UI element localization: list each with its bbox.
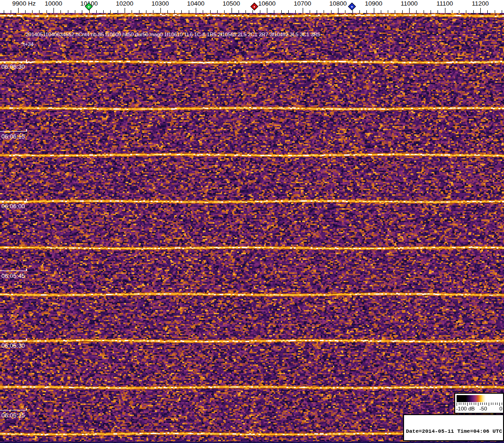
legend-tick bbox=[499, 403, 500, 406]
time-tick-line bbox=[0, 271, 27, 271]
event-annotation: 20140511040634552 hCnt4 nb-85 f10609 hit… bbox=[26, 32, 320, 37]
legend-tick bbox=[484, 403, 485, 405]
time-tick-nub bbox=[26, 199, 27, 201]
time-label: 06:05:30 bbox=[1, 342, 25, 349]
legend-tick bbox=[478, 403, 478, 406]
time-label: 06:06:15 bbox=[1, 133, 25, 140]
meteor-spectrogram-window: 9900 Hz100001010010200103001040010500106… bbox=[0, 0, 504, 443]
legend-tick bbox=[502, 403, 502, 405]
legend-tick bbox=[471, 403, 472, 405]
db-label-mid: -50 bbox=[479, 406, 487, 411]
time-tick-nub bbox=[26, 269, 27, 271]
legend-tick bbox=[467, 403, 468, 406]
time-tick-line bbox=[0, 61, 27, 62]
legend-tick bbox=[489, 403, 489, 406]
db-label-max: 0 bbox=[499, 406, 502, 411]
time-tick-nub bbox=[26, 129, 27, 132]
time-tick-line bbox=[0, 201, 27, 201]
legend-tick bbox=[457, 403, 457, 406]
legend-tick bbox=[497, 403, 497, 405]
time-tick-line bbox=[0, 410, 27, 410]
legend-tick bbox=[461, 403, 461, 405]
db-legend-panel: -100 dB -50 0 bbox=[454, 393, 504, 414]
legend-tick bbox=[476, 403, 476, 405]
legend-tick bbox=[470, 403, 470, 405]
info-date-line: Date=2014-05-11 Time=04:06 UTC bbox=[406, 428, 503, 434]
time-tick-nub bbox=[26, 60, 27, 62]
time-tick-nub bbox=[26, 338, 27, 341]
time-tick-line bbox=[0, 131, 27, 132]
time-offset-annotation: ^t+34 bbox=[21, 41, 33, 47]
time-tick-line bbox=[0, 340, 27, 341]
legend-tick bbox=[480, 403, 481, 405]
legend-tick bbox=[493, 403, 493, 405]
legend-tick bbox=[486, 403, 487, 405]
legend-tick bbox=[482, 403, 483, 405]
spectrogram-overlay: 20140511040634552 hCnt4 nb-85 f10609 hit… bbox=[0, 0, 504, 443]
legend-tick bbox=[491, 403, 491, 405]
legend-tick bbox=[459, 403, 459, 405]
legend-tick bbox=[463, 403, 464, 405]
time-tick-nub bbox=[26, 408, 27, 410]
legend-tick bbox=[474, 403, 474, 405]
db-label-min: -100 dB bbox=[456, 406, 475, 411]
observation-info-box: Date=2014-05-11 Time=04:06 UTC Freq=143 … bbox=[403, 414, 504, 441]
legend-tick bbox=[465, 403, 465, 405]
db-gradient-bar bbox=[457, 395, 502, 402]
legend-tick bbox=[495, 403, 496, 405]
time-label: 06:05:45 bbox=[1, 272, 25, 279]
time-label: 06:06:00 bbox=[1, 203, 25, 210]
time-label: 06:05:15 bbox=[1, 412, 25, 419]
time-label: 06:06:30 bbox=[1, 63, 25, 70]
